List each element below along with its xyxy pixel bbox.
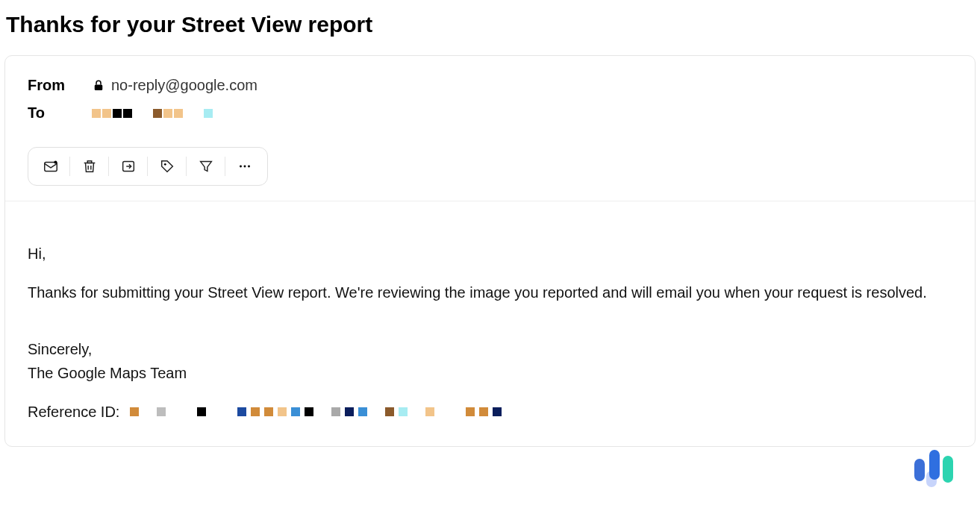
email-header: From no-reply@google.com To — [5, 56, 975, 201]
tag-icon — [159, 158, 175, 175]
svg-point-6 — [244, 166, 246, 168]
more-icon — [237, 158, 253, 175]
greeting: Hi, — [28, 242, 952, 266]
svg-point-2 — [54, 160, 57, 163]
email-card: From no-reply@google.com To — [4, 55, 976, 447]
body-paragraph: Thanks for submitting your Street View r… — [28, 280, 952, 304]
move-to-icon — [120, 158, 137, 175]
to-label: To — [28, 104, 92, 122]
filter-icon — [198, 158, 214, 175]
reference-line: Reference ID: — [28, 400, 952, 424]
sig-line-2: The Google Maps Team — [28, 361, 952, 385]
page-title: Thanks for your Street View report — [0, 0, 980, 55]
mark-unread-button[interactable] — [31, 149, 70, 184]
to-redacted — [92, 109, 213, 118]
svg-point-5 — [240, 166, 242, 168]
email-body: Hi, Thanks for submitting your Street Vi… — [5, 201, 975, 446]
delete-button[interactable] — [70, 149, 109, 184]
email-toolbar — [28, 147, 268, 186]
sig-line-1: Sincerely, — [28, 337, 952, 361]
signature: Sincerely, The Google Maps Team — [28, 337, 952, 385]
more-button[interactable] — [225, 149, 264, 184]
lock-icon — [92, 79, 105, 93]
move-button[interactable] — [109, 149, 148, 184]
reference-redacted — [130, 407, 502, 416]
svg-point-4 — [164, 163, 166, 166]
from-value: no-reply@google.com — [111, 77, 258, 94]
trash-icon — [81, 158, 98, 175]
to-row: To — [28, 104, 952, 122]
from-label: From — [28, 77, 92, 94]
svg-rect-0 — [95, 84, 103, 90]
svg-point-7 — [248, 166, 250, 168]
brand-logo — [911, 445, 958, 489]
envelope-dot-icon — [43, 158, 59, 175]
filter-button[interactable] — [187, 149, 225, 184]
from-row: From no-reply@google.com — [28, 77, 952, 94]
tag-button[interactable] — [148, 149, 187, 184]
reference-label: Reference ID: — [28, 400, 119, 424]
